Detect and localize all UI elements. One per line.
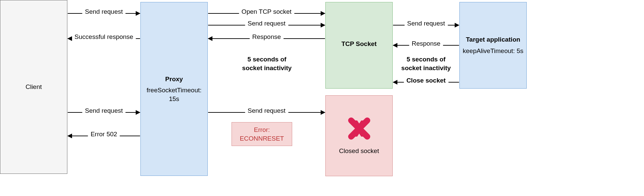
arrow-label: Successful response [72,34,136,40]
arrow-label: Open TCP socket [239,8,294,15]
arrow-proxy-tcp-req: Send request [208,25,325,26]
arrow-proxy-client-err: Error 502 [68,136,140,136]
arrow-proxy-client-resp: Successful response [68,38,140,39]
arrow-label: Response [250,34,284,40]
close-x-icon [347,116,371,141]
arrow-label: Send request [404,20,448,27]
arrow-proxy-closed-req: Send request [208,112,325,113]
arrow-target-tcp-close: Close socket [393,82,459,83]
arrow-target-tcp-resp: Response [393,45,459,46]
note-line: 5 seconds of [247,56,286,63]
target-subtitle: keepAliveTimeout: 5s [463,47,523,55]
note-line: socket inactivity [242,64,292,71]
arrow-label: Send request [82,107,125,114]
target-title: Target application [466,35,520,44]
note-line: 5 seconds of [406,56,445,63]
note-idle-2: 5 seconds of socket inactivity [396,55,456,72]
tcp-title: TCP Socket [341,40,377,48]
closed-socket-box: Closed socket [325,95,393,176]
error-text-line1: Error: [254,126,270,134]
arrow-client-proxy-req1: Send request [68,13,140,14]
tcp-box: TCP Socket [325,2,393,89]
note-line: socket inactivity [401,64,451,71]
arrow-proxy-tcp-open: Open TCP socket [208,13,325,14]
arrow-label: Error 502 [88,131,120,137]
arrow-label: Close socket [404,77,448,84]
proxy-box: Proxy freeSocketTimeout: 15s [140,2,208,176]
target-box: Target application keepAliveTimeout: 5s [459,2,527,89]
arrow-client-proxy-req2: Send request [68,112,140,113]
arrow-label: Send request [245,107,288,114]
proxy-subtitle: freeSocketTimeout: 15s [141,86,207,103]
arrow-label: Send request [82,8,125,15]
error-box: Error: ECONNRESET [232,122,292,146]
error-text-line2: ECONNRESET [240,134,284,143]
arrow-label: Response [409,40,443,47]
proxy-title: Proxy [165,75,183,84]
note-idle-1: 5 seconds of socket inactivity [228,55,306,72]
client-label: Client [25,83,42,91]
arrow-label: Send request [245,20,288,27]
client-box: Client [0,0,67,174]
arrow-tcp-proxy-resp: Response [208,38,325,39]
closed-socket-label: Closed socket [339,147,379,155]
arrow-tcp-target-req: Send request [393,25,459,26]
